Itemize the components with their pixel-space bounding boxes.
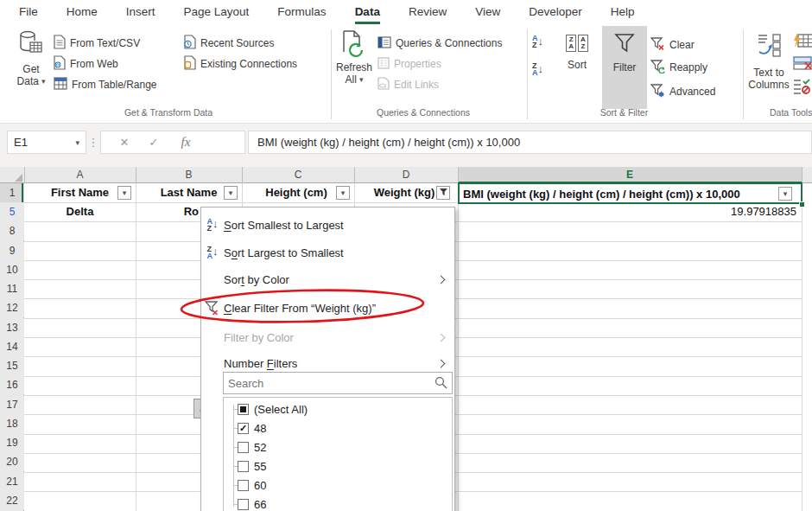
sort-ascending-button[interactable]: AZ ↓ bbox=[532, 35, 543, 48]
row-header-14[interactable]: 14 bbox=[0, 337, 24, 356]
insert-function-icon[interactable]: fx bbox=[168, 135, 203, 150]
from-web-button[interactable]: From Web bbox=[54, 55, 118, 73]
filter-applied-button-d[interactable] bbox=[436, 186, 450, 200]
list-item-52[interactable]: 52 bbox=[224, 438, 452, 457]
filter-dropdown-button-e[interactable]: ▾ bbox=[778, 187, 792, 201]
column-header-a[interactable]: A bbox=[24, 167, 136, 182]
cancel-icon[interactable]: ✕ bbox=[110, 136, 139, 149]
menu-item-filter-by-color[interactable]: Filter by Color bbox=[201, 326, 454, 348]
from-text-csv-button[interactable]: From Text/CSV bbox=[54, 35, 140, 52]
sort-descending-button[interactable]: ZA ↓ bbox=[532, 62, 543, 76]
row-header-12[interactable]: 12 bbox=[0, 298, 24, 317]
get-data-button[interactable]: Get Data ▾ bbox=[9, 29, 54, 109]
column-header-b[interactable]: B bbox=[136, 167, 242, 182]
clear-label: Clear bbox=[669, 39, 695, 51]
name-box-caret-icon[interactable]: ▾ bbox=[75, 138, 86, 147]
tab-page-layout[interactable]: Page Layout bbox=[184, 0, 250, 24]
row-header-18[interactable]: 18 bbox=[0, 414, 24, 433]
row-header-15[interactable]: 15 bbox=[0, 356, 24, 375]
filter-dropdown-button-a[interactable]: ▾ bbox=[117, 186, 131, 200]
checkbox-unchecked-icon[interactable] bbox=[238, 499, 249, 510]
column-header-e-selected[interactable]: E bbox=[458, 167, 802, 182]
checkbox-indeterminate-icon[interactable] bbox=[238, 404, 249, 415]
cell-b5[interactable]: Ro bbox=[136, 202, 199, 221]
formula-bar-row: E1 ▾ ⋮ ✕ ✓ fx BMI (weight (kg) / height … bbox=[0, 124, 812, 167]
dropdown-caret-icon: ▾ bbox=[359, 75, 364, 84]
list-item-select-all[interactable]: (Select All) bbox=[224, 399, 452, 418]
row-header-8[interactable]: 8 bbox=[0, 221, 24, 240]
cell-a5[interactable]: Delta bbox=[24, 202, 136, 221]
row-header-9[interactable]: 9 bbox=[0, 241, 24, 260]
list-item-55[interactable]: 55 bbox=[224, 457, 452, 476]
row-header-22[interactable]: 22 bbox=[0, 491, 24, 510]
tab-formulas[interactable]: Formulas bbox=[277, 0, 326, 24]
filter-dropdown-button-b[interactable]: ▾ bbox=[224, 186, 238, 200]
filter-dropdown-button-c[interactable]: ▾ bbox=[336, 186, 350, 200]
tab-insert[interactable]: Insert bbox=[126, 0, 155, 24]
row-header-21[interactable]: 21 bbox=[0, 472, 24, 491]
from-table-range-button[interactable]: From Table/Range bbox=[54, 76, 157, 93]
text-to-columns-button[interactable]: Text to Columns bbox=[746, 31, 791, 109]
queries-connections-button[interactable]: Queries & Connections bbox=[377, 35, 502, 52]
menu-item-sort-largest[interactable]: ZA↓ Sort Largest to Smallest bbox=[201, 240, 454, 265]
column-header-d[interactable]: D bbox=[354, 167, 458, 182]
enter-icon[interactable]: ✓ bbox=[139, 136, 168, 149]
cell-e1-selected[interactable]: BMI (weight (kg) / height (cm) / height … bbox=[458, 182, 802, 204]
menu-item-sort-smallest[interactable]: AZ↓ Sort Smallest to Largest bbox=[201, 212, 454, 238]
remove-duplicates-button[interactable] bbox=[793, 55, 812, 74]
cell-e5[interactable]: 19.97918835 bbox=[458, 202, 796, 221]
tab-data[interactable]: Data bbox=[355, 0, 380, 24]
row-header-11[interactable]: 11 bbox=[0, 279, 24, 298]
sort-button[interactable]: ZA AZ Sort bbox=[557, 31, 597, 107]
tab-view[interactable]: View bbox=[475, 0, 500, 24]
flash-fill-button[interactable] bbox=[793, 33, 812, 52]
filter-button[interactable]: Filter bbox=[602, 26, 647, 109]
name-box[interactable]: E1 ▾ bbox=[7, 131, 86, 154]
column-header-c[interactable]: C bbox=[242, 167, 354, 182]
list-item-48[interactable]: ✓ 48 bbox=[224, 418, 452, 438]
refresh-all-button[interactable]: Refresh All ▾ bbox=[333, 29, 375, 109]
tab-review[interactable]: Review bbox=[409, 0, 447, 24]
advanced-filter-button[interactable]: Advanced bbox=[650, 83, 715, 100]
recent-sources-button[interactable]: Recent Sources bbox=[183, 35, 274, 52]
formula-bar-splitter[interactable]: ⋮ bbox=[89, 131, 98, 154]
reapply-filter-button[interactable]: Reapply bbox=[650, 59, 707, 76]
get-data-icon bbox=[19, 29, 43, 63]
row-header-10[interactable]: 10 bbox=[0, 260, 24, 279]
edit-links-button[interactable]: Edit Links bbox=[377, 76, 439, 93]
menu-item-sort-by-color[interactable]: Sort by Color bbox=[201, 267, 454, 291]
row-header-1[interactable]: 1 bbox=[0, 183, 24, 202]
group-divider bbox=[743, 29, 744, 119]
tab-help[interactable]: Help bbox=[611, 0, 635, 24]
checkbox-unchecked-icon[interactable] bbox=[238, 461, 249, 472]
menu-item-clear-filter[interactable]: Clear Filter From “Weight (kg)” bbox=[201, 295, 454, 321]
remove-duplicates-icon bbox=[793, 59, 812, 73]
checkbox-checked-icon[interactable]: ✓ bbox=[238, 423, 249, 434]
row-header-17[interactable]: 17 bbox=[0, 395, 24, 414]
list-item-label: 55 bbox=[254, 460, 266, 473]
checkbox-unchecked-icon[interactable] bbox=[238, 480, 249, 491]
tab-home[interactable]: Home bbox=[67, 0, 98, 24]
row-header-13[interactable]: 13 bbox=[0, 318, 24, 337]
clear-filter-button[interactable]: Clear bbox=[650, 36, 695, 54]
cell-c1[interactable]: Height (cm) bbox=[242, 183, 351, 202]
formula-input[interactable]: BMI (weight (kg) / height (cm) / height … bbox=[248, 131, 812, 154]
checkbox-unchecked-icon[interactable] bbox=[238, 442, 249, 453]
row-header-20[interactable]: 20 bbox=[0, 452, 24, 471]
search-input[interactable] bbox=[223, 372, 453, 394]
fill-handle[interactable] bbox=[799, 201, 805, 208]
data-validation-button[interactable] bbox=[793, 78, 812, 99]
row-header-19[interactable]: 19 bbox=[0, 433, 24, 452]
menu-label: Sort by Color bbox=[224, 273, 438, 286]
select-all-corner[interactable] bbox=[0, 167, 24, 183]
list-item-66[interactable]: 66 bbox=[224, 495, 452, 511]
tab-developer[interactable]: Developer bbox=[529, 0, 582, 24]
existing-connections-button[interactable]: Existing Connections bbox=[183, 55, 297, 73]
tab-file[interactable]: File bbox=[19, 0, 38, 24]
row-header-5[interactable]: 5 bbox=[0, 202, 24, 221]
properties-button[interactable]: Properties bbox=[377, 55, 441, 73]
properties-icon bbox=[377, 57, 390, 72]
advanced-label: Advanced bbox=[669, 86, 715, 98]
list-item-60[interactable]: 60 bbox=[224, 476, 452, 495]
row-header-16[interactable]: 16 bbox=[0, 375, 24, 394]
